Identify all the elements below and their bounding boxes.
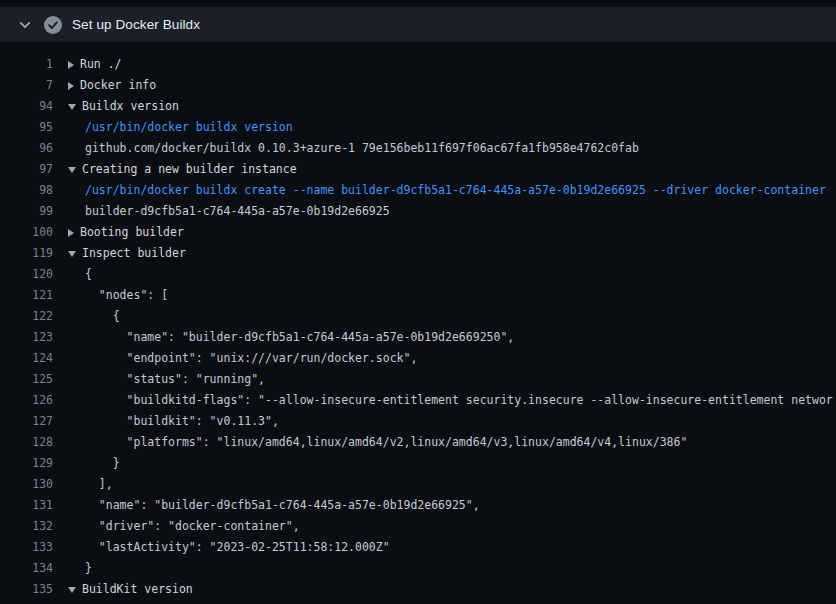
log-line: 99builder-d9cfb5a1-c764-445a-a57e-0b19d2… bbox=[0, 201, 836, 222]
triangle-down-icon[interactable] bbox=[68, 251, 76, 257]
line-number[interactable]: 124 bbox=[0, 348, 53, 369]
log-line: 131 "name": "builder-d9cfb5a1-c764-445a-… bbox=[0, 495, 836, 516]
log-line: 124 "endpoint": "unix:///var/run/docker.… bbox=[0, 348, 836, 369]
log-content: "name": "builder-d9cfb5a1-c764-445a-a57e… bbox=[53, 495, 836, 516]
log-line: 125 "status": "running", bbox=[0, 369, 836, 390]
check-circle-icon bbox=[44, 16, 62, 34]
line-number[interactable]: 123 bbox=[0, 327, 53, 348]
line-number[interactable]: 99 bbox=[0, 201, 53, 222]
log-content: { bbox=[53, 306, 836, 327]
log-group-toggle[interactable]: Booting builder bbox=[53, 222, 836, 243]
output-text: "buildkitd-flags": "--allow-insecure-ent… bbox=[85, 390, 833, 411]
line-number[interactable]: 97 bbox=[0, 159, 53, 180]
log-line: 130 ], bbox=[0, 474, 836, 495]
output-text: "name": "builder-d9cfb5a1-c764-445a-a57e… bbox=[85, 495, 480, 516]
log-line: 132 "driver": "docker-container", bbox=[0, 516, 836, 537]
log-group-toggle[interactable]: Docker info bbox=[53, 75, 836, 96]
line-number[interactable]: 135 bbox=[0, 579, 53, 600]
triangle-right-icon[interactable] bbox=[68, 229, 74, 237]
triangle-right-icon[interactable] bbox=[68, 61, 74, 69]
log-content: "buildkitd-flags": "--allow-insecure-ent… bbox=[53, 390, 836, 411]
line-number[interactable]: 1 bbox=[0, 54, 53, 75]
group-title: Booting builder bbox=[80, 222, 184, 243]
log-line: 120{ bbox=[0, 264, 836, 285]
log-group-toggle[interactable]: BuildKit version bbox=[53, 579, 836, 600]
line-number[interactable]: 122 bbox=[0, 306, 53, 327]
log-group-toggle[interactable]: Buildx version bbox=[53, 96, 836, 117]
line-number[interactable]: 134 bbox=[0, 558, 53, 579]
log-group-toggle[interactable]: Creating a new builder instance bbox=[53, 159, 836, 180]
log-line: 129 } bbox=[0, 453, 836, 474]
line-number[interactable]: 136 bbox=[0, 600, 53, 604]
log-line: 135BuildKit version bbox=[0, 579, 836, 600]
log-line: 134} bbox=[0, 558, 836, 579]
group-title: Run ./ bbox=[80, 54, 122, 75]
line-number[interactable]: 127 bbox=[0, 411, 53, 432]
triangle-down-icon[interactable] bbox=[68, 587, 76, 593]
log-content: } bbox=[53, 558, 836, 579]
log-content: } bbox=[53, 453, 836, 474]
log-content: "lastActivity": "2023-02-25T11:58:12.000… bbox=[53, 537, 836, 558]
step-header[interactable]: Set up Docker Buildx bbox=[0, 7, 836, 42]
log-content: github.com/docker/buildx 0.10.3+azure-1 … bbox=[53, 138, 836, 159]
line-number[interactable]: 128 bbox=[0, 432, 53, 453]
line-number[interactable]: 130 bbox=[0, 474, 53, 495]
line-number[interactable]: 129 bbox=[0, 453, 53, 474]
line-number[interactable]: 100 bbox=[0, 222, 53, 243]
log-line: 121 "nodes": [ bbox=[0, 285, 836, 306]
line-number[interactable]: 95 bbox=[0, 117, 53, 138]
group-title: Buildx version bbox=[82, 96, 179, 117]
line-number[interactable]: 133 bbox=[0, 537, 53, 558]
log-line: 123 "name": "builder-d9cfb5a1-c764-445a-… bbox=[0, 327, 836, 348]
line-number[interactable]: 94 bbox=[0, 96, 53, 117]
line-number[interactable]: 126 bbox=[0, 390, 53, 411]
group-title: Creating a new builder instance bbox=[82, 159, 297, 180]
log-content: "nodes": [ bbox=[53, 285, 836, 306]
output-text: "platforms": "linux/amd64,linux/amd64/v2… bbox=[85, 432, 687, 453]
log-content: builder-d9cfb5a1-c764-445a-a57e-0b19d2e6… bbox=[53, 600, 836, 604]
triangle-down-icon[interactable] bbox=[68, 104, 76, 110]
line-number[interactable]: 7 bbox=[0, 75, 53, 96]
log-content: /usr/bin/docker buildx version bbox=[53, 117, 836, 138]
output-text: "driver": "docker-container", bbox=[85, 516, 300, 537]
output-text: } bbox=[85, 558, 92, 579]
log-content: { bbox=[53, 264, 836, 285]
line-number[interactable]: 131 bbox=[0, 495, 53, 516]
line-number[interactable]: 121 bbox=[0, 285, 53, 306]
log-line: 96github.com/docker/buildx 0.10.3+azure-… bbox=[0, 138, 836, 159]
group-title: Docker info bbox=[80, 75, 156, 96]
line-number[interactable]: 119 bbox=[0, 243, 53, 264]
log-line: 94Buildx version bbox=[0, 96, 836, 117]
log-line: 7Docker info bbox=[0, 75, 836, 96]
log-line: 98/usr/bin/docker buildx create --name b… bbox=[0, 180, 836, 201]
triangle-right-icon[interactable] bbox=[68, 82, 74, 90]
output-text: github.com/docker/buildx 0.10.3+azure-1 … bbox=[85, 138, 639, 159]
log-line: 122 { bbox=[0, 306, 836, 327]
log-content: "platforms": "linux/amd64,linux/amd64/v2… bbox=[53, 432, 836, 453]
line-number[interactable]: 120 bbox=[0, 264, 53, 285]
line-number[interactable]: 96 bbox=[0, 138, 53, 159]
chevron-down-icon[interactable] bbox=[18, 18, 32, 32]
output-text: ], bbox=[85, 474, 113, 495]
log-line: 126 "buildkitd-flags": "--allow-insecure… bbox=[0, 390, 836, 411]
log-content: "endpoint": "unix:///var/run/docker.sock… bbox=[53, 348, 836, 369]
output-text: builder-d9cfb5a1-c764-445a-a57e-0b19d2e6… bbox=[85, 201, 390, 222]
log-group-toggle[interactable]: Inspect builder bbox=[53, 243, 836, 264]
log-line: 100Booting builder bbox=[0, 222, 836, 243]
line-number[interactable]: 132 bbox=[0, 516, 53, 537]
command-text: /usr/bin/docker buildx create --name bui… bbox=[85, 180, 826, 201]
log-viewer: Set up Docker Buildx 1Run ./7Docker info… bbox=[0, 0, 836, 604]
log-line: 95/usr/bin/docker buildx version bbox=[0, 117, 836, 138]
output-text: "lastActivity": "2023-02-25T11:58:12.000… bbox=[85, 537, 390, 558]
output-text: } bbox=[85, 453, 120, 474]
log-line: 128 "platforms": "linux/amd64,linux/amd6… bbox=[0, 432, 836, 453]
log-line: 136builder-d9cfb5a1-c764-445a-a57e-0b19d… bbox=[0, 600, 836, 604]
line-number[interactable]: 98 bbox=[0, 180, 53, 201]
line-number[interactable]: 125 bbox=[0, 369, 53, 390]
group-title: BuildKit version bbox=[82, 579, 193, 600]
log-group-toggle[interactable]: Run ./ bbox=[53, 54, 836, 75]
triangle-down-icon[interactable] bbox=[68, 167, 76, 173]
output-text: { bbox=[85, 306, 120, 327]
log-content: "name": "builder-d9cfb5a1-c764-445a-a57e… bbox=[53, 327, 836, 348]
log-content: ], bbox=[53, 474, 836, 495]
